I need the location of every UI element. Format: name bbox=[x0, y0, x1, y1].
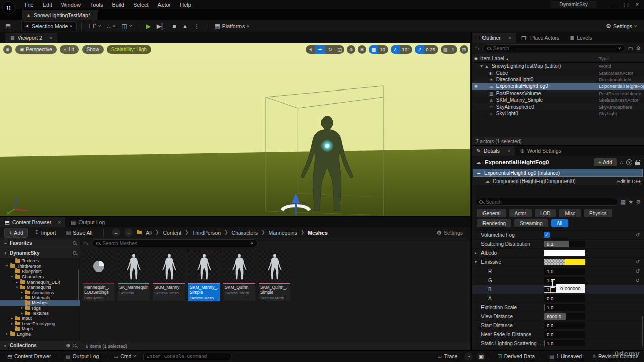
property-value[interactable]: 0.2 bbox=[544, 241, 585, 247]
expander-icon[interactable]: ▸ bbox=[475, 251, 477, 255]
rotate-tool-icon[interactable]: ↻ bbox=[325, 45, 335, 54]
property-value[interactable]: 1.0 bbox=[544, 268, 585, 275]
cmd-dropdown[interactable]: ▭ Cmd∨ bbox=[110, 352, 139, 360]
edit-in-cpp-link[interactable]: Edit in C++ bbox=[617, 178, 641, 184]
surface-snap-icon[interactable]: ✱ bbox=[358, 45, 366, 54]
console-command-input[interactable]: Enter Console Command bbox=[143, 353, 231, 360]
search-icon[interactable] bbox=[73, 251, 76, 255]
tree-folder-input[interactable]: ▸Input bbox=[0, 316, 80, 321]
menu-select[interactable]: Select bbox=[129, 1, 153, 9]
show-dropdown[interactable]: Show bbox=[82, 45, 104, 54]
outliner-row[interactable]: ▾ ▲ SnowyLightingTestMap (Editor)World bbox=[472, 63, 644, 69]
forward-icon[interactable]: → bbox=[124, 228, 133, 237]
outliner-row[interactable]: ☼ SkyLight0SkyLight bbox=[472, 110, 644, 117]
outliner-search-field[interactable] bbox=[493, 46, 616, 51]
outliner-row[interactable]: ☀ DirectionalLight0DirectionalLight bbox=[472, 76, 644, 83]
outliner-row[interactable]: ♙ SKM_Manny_SimpleSkeletalMeshActor bbox=[472, 97, 644, 103]
category-chip-misc[interactable]: Misc bbox=[559, 209, 581, 217]
scalability-badge[interactable]: Scalability: High bbox=[107, 45, 151, 54]
tree-folder-meshes[interactable]: Meshes bbox=[0, 300, 80, 305]
asset-tile[interactable]: SK_MannequinSkeleton bbox=[118, 250, 149, 301]
favorites-star-icon[interactable]: ★ bbox=[628, 199, 633, 205]
reset-to-default-icon[interactable]: ↺ bbox=[636, 233, 640, 238]
reset-to-default-icon[interactable]: ↺ bbox=[636, 260, 640, 265]
tab-level[interactable]: ▲ SnowyLightingTestMap* bbox=[22, 10, 98, 20]
import-button[interactable]: ↧Import bbox=[32, 229, 59, 237]
screenshot-icon[interactable]: ▣ bbox=[477, 352, 486, 361]
property-value[interactable] bbox=[544, 250, 585, 256]
minimize-button[interactable]: — bbox=[611, 1, 616, 8]
tree-folder-mannequin_ue4[interactable]: ▸Mannequin_UE4 bbox=[0, 280, 80, 285]
item-label-column[interactable]: Item Label ▲ bbox=[480, 56, 599, 61]
color-swatch-white[interactable] bbox=[544, 250, 585, 256]
frame-skip-button[interactable]: ▶▏ bbox=[154, 22, 169, 31]
category-chip-actor[interactable]: Actor bbox=[509, 209, 532, 217]
world-space-icon[interactable]: ⊕ bbox=[347, 45, 355, 54]
expander-icon[interactable]: ▸ bbox=[5, 332, 9, 336]
new-folder-icon[interactable]: 🗀 bbox=[628, 46, 633, 51]
node-graph-icon[interactable]: ∴ bbox=[620, 160, 623, 165]
close-icon[interactable]: × bbox=[49, 35, 52, 41]
scale-tool-icon[interactable]: ◱ bbox=[335, 45, 344, 54]
derived-data-button[interactable]: ☑ Derived Data bbox=[494, 352, 538, 360]
display-options-icon[interactable]: ▦ bbox=[621, 199, 626, 205]
view-mode-dropdown[interactable]: ◐Lit bbox=[60, 45, 79, 54]
category-chip-streaming[interactable]: Streaming bbox=[514, 219, 548, 227]
cb-settings-dropdown[interactable]: ⚙ Settings bbox=[433, 228, 466, 237]
tree-folder-characters[interactable]: ▾Characters bbox=[0, 274, 80, 279]
add-component-button[interactable]: +Add bbox=[594, 158, 617, 166]
close-icon[interactable]: × bbox=[508, 35, 511, 41]
breadcrumb-item[interactable]: Mannequins bbox=[268, 230, 297, 236]
tab-levels[interactable]: ≣ Levels bbox=[565, 33, 596, 43]
tree-folder-maps[interactable]: Maps bbox=[0, 326, 80, 331]
eject-button[interactable]: ▲ bbox=[179, 22, 191, 31]
unsaved-button[interactable]: ▤ 1 Unsaved bbox=[546, 352, 585, 360]
reset-to-default-icon[interactable]: ↺ bbox=[636, 269, 640, 274]
expander-icon[interactable]: ▾ bbox=[475, 260, 477, 264]
property-value[interactable] bbox=[544, 259, 585, 265]
property-value[interactable]: 1.0 bbox=[544, 304, 585, 311]
asset-tile[interactable]: SKM_Quinn_.SimpleSkeletal Mesh bbox=[259, 250, 290, 301]
blueprints-dropdown[interactable]: ∴∨ bbox=[104, 22, 118, 31]
scale-snap-control[interactable]: ↗ 0.25 bbox=[415, 45, 438, 54]
property-value[interactable]: 0.0 bbox=[544, 331, 585, 338]
tree-folder-blueprints[interactable]: Blueprints bbox=[0, 269, 80, 274]
property-value[interactable]: 0.0 bbox=[544, 295, 585, 302]
menu-build[interactable]: Build bbox=[108, 1, 129, 9]
outliner-row[interactable]: ◉☁ ExponentialHeightFog0ExponentialHeigh… bbox=[472, 83, 644, 89]
category-chip-all[interactable]: All bbox=[551, 219, 568, 227]
tree-folder-textures[interactable]: Textures bbox=[0, 258, 80, 263]
expander-icon[interactable]: ▸ bbox=[15, 281, 19, 284]
menu-file[interactable]: File bbox=[20, 1, 38, 9]
output-log-button[interactable]: ▤ Output Log bbox=[62, 352, 102, 360]
outliner-search-input[interactable]: ∨ bbox=[482, 44, 625, 52]
visibility-eye-icon[interactable]: ◉ bbox=[472, 84, 480, 88]
save-all-button[interactable]: ▤Save All bbox=[63, 229, 95, 237]
close-icon[interactable]: × bbox=[58, 219, 61, 225]
asset-tile[interactable]: SKM_MannySkeletal Mesh bbox=[153, 250, 185, 301]
category-chip-lod[interactable]: LOD bbox=[535, 209, 556, 217]
details-scrollbar[interactable] bbox=[642, 316, 643, 346]
outliner-row[interactable]: ▨ PostProcessVolumePostProcessVolume bbox=[472, 90, 644, 97]
property-value[interactable]: ✓ bbox=[544, 232, 585, 238]
outliner-row[interactable]: ◠ SkyAtmosphere0SkyAtmosphere bbox=[472, 103, 644, 110]
breadcrumb-item[interactable]: Content bbox=[163, 230, 182, 236]
breadcrumb-item[interactable]: ThirdPerson bbox=[192, 230, 221, 236]
settings-dropdown[interactable]: ⚙ Settings ∨ bbox=[603, 22, 640, 31]
tab-outliner[interactable]: ≡ Outliner × bbox=[472, 33, 516, 43]
tree-folder-materials[interactable]: ▸Materials bbox=[0, 295, 80, 300]
viewport-canvas[interactable]: ≡ ▣Perspective ◐Lit Show Scalability: Hi… bbox=[0, 43, 470, 216]
asset-search-field[interactable] bbox=[102, 241, 248, 246]
breadcrumb-item[interactable]: Characters bbox=[232, 230, 258, 236]
lock-icon[interactable] bbox=[635, 162, 640, 165]
chevron-down-icon[interactable]: ∨ bbox=[250, 241, 254, 245]
instance-row[interactable]: ☁ ExponentialHeightFog0 (Instance) bbox=[473, 169, 643, 177]
grid-snap-control[interactable]: ▦ 10 bbox=[369, 45, 388, 54]
tree-folder-levelprototyping[interactable]: ▸LevelPrototyping bbox=[0, 321, 80, 326]
help-icon[interactable]: ? bbox=[626, 159, 632, 165]
add-actor-dropdown[interactable]: ❒+∨ bbox=[86, 22, 104, 31]
asset-tile[interactable]: SKM_Manny_.SimpleSkeletal Mesh bbox=[188, 250, 220, 301]
insights-icon[interactable]: ◔ bbox=[464, 352, 473, 361]
selection-mode-dropdown[interactable]: ➤ Selection Mode ∨ bbox=[21, 21, 77, 31]
tree-scrollbar[interactable] bbox=[78, 269, 79, 301]
